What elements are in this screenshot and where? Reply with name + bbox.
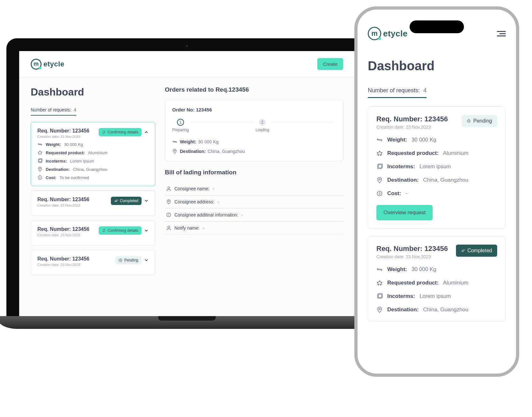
order-dest-label: Destination: (180, 149, 206, 154)
detail-value: Aluminium (88, 150, 108, 155)
request-detail-row: Weight: 30 000 Kg (376, 266, 497, 273)
menu-icon[interactable] (497, 30, 506, 38)
order-weight-value: 30 000 Kg (198, 139, 219, 144)
step-loading: 2 Loading (256, 119, 269, 132)
detail-key: Requested product: (387, 280, 439, 286)
request-number: Req. Number: 123456 (37, 128, 89, 134)
request-detail-row: Cost: - (376, 190, 497, 197)
bl-value: - (242, 212, 243, 217)
request-detail-row: Requested product: Aluminium (376, 280, 497, 286)
order-weight: Weight: 30 000 Kg (172, 139, 219, 144)
detail-key: Cost: (387, 190, 401, 197)
request-number: Req. Number: 123456 (376, 245, 448, 253)
bill-of-lading-title: Bill of lading information (165, 169, 343, 176)
detail-value: China, Guangzhou (423, 307, 468, 313)
order-destination: Destination: China, Guangzhou (172, 149, 245, 154)
detail-key: Weight: (46, 142, 61, 147)
status-badge-pending: Pending (115, 256, 142, 264)
step-label: Preparing (172, 128, 189, 132)
confirm-icon (102, 130, 106, 134)
logo-text: etycle (383, 29, 408, 39)
expand-icon[interactable] (144, 199, 149, 203)
request-card[interactable]: Req. Number: 123456 Creation date: 23.No… (31, 191, 155, 216)
order-dest-value: China, Guangzhou (208, 149, 245, 154)
detail-key: Destination: (387, 307, 419, 313)
logo-mark: m (368, 27, 381, 40)
user-icon (166, 186, 171, 191)
request-card[interactable]: Req. Number: 123456 Creation date: 23.No… (368, 236, 506, 322)
request-count-label: Number of requests: (368, 87, 420, 94)
swap-icon (172, 139, 177, 144)
logo-text: etycle (43, 60, 64, 68)
request-card[interactable]: Req. Number: 123456 Creation date: 23.No… (31, 122, 155, 186)
pin-icon (166, 199, 171, 204)
step-preparing: 1 Preparing (172, 119, 189, 132)
brand-logo[interactable]: m etycle (31, 59, 64, 70)
swap-icon (376, 266, 383, 273)
overview-button[interactable]: Overview request (376, 205, 433, 220)
request-date: Creation date: 23.Nov.2023 (37, 233, 89, 237)
completed-icon (114, 199, 118, 203)
detail-value: 30 000 Kg (64, 142, 83, 147)
request-number: Req. Number: 123456 (376, 115, 448, 123)
laptop-bezel: m etycle Create Dashboard Number of requ… (6, 38, 367, 316)
laptop-camera (186, 45, 188, 47)
request-card[interactable]: Req. Number: 123456 Creation date: 23.No… (368, 106, 506, 229)
bill-of-lading-row: Consignee address: - (165, 195, 343, 208)
request-count-tab-phone[interactable]: Number of requests: 4 (368, 87, 427, 98)
request-count-value: 4 (423, 87, 427, 94)
detail-key: Weight: (387, 266, 407, 273)
create-button[interactable]: Create (317, 58, 343, 70)
status-badge-confirm: Confirming details (99, 128, 142, 136)
order-number: Order No: 123456 (172, 107, 336, 112)
status-text: Pending (473, 118, 492, 124)
laptop-device: m etycle Create Dashboard Number of requ… (6, 38, 367, 329)
expand-icon[interactable] (144, 130, 149, 134)
detail-value: Lorem ipsum (420, 293, 451, 299)
detail-key: Requested product: (387, 150, 439, 156)
detail-value: Aluminium (443, 280, 468, 286)
step-line (191, 122, 254, 123)
doc-icon (376, 293, 383, 299)
swap-icon (37, 142, 42, 147)
bill-of-lading-row: Notify name: - (165, 222, 343, 235)
laptop-screen: m etycle Create Dashboard Number of requ… (19, 51, 355, 316)
bl-key: Consignee additinal information: (174, 212, 238, 217)
request-count-tab[interactable]: Number of requests: 4 (31, 107, 76, 116)
request-detail-row: Cost: To be confirmed (37, 175, 149, 180)
request-detail-row: Weight: 30 000 Kg (376, 137, 497, 143)
expand-icon[interactable] (144, 228, 149, 233)
detail-value: Aluminium (443, 150, 468, 156)
request-date: Creation date: 23.Nov.2023 (37, 135, 89, 139)
user-icon (166, 225, 171, 231)
request-detail-row: Incoterms: Lorem ipsum (37, 158, 149, 163)
step-circle: 1 (177, 119, 184, 126)
request-card[interactable]: Req. Number: 123456 Creation date: 23.No… (31, 250, 155, 275)
recycle-icon (376, 150, 383, 156)
request-number: Req. Number: 123456 (37, 256, 89, 262)
brand-logo-phone[interactable]: m etycle (368, 27, 408, 40)
request-card[interactable]: Req. Number: 123456 Creation date: 23.No… (31, 220, 155, 246)
detail-key: Incoterms: (387, 293, 415, 299)
expand-icon[interactable] (144, 258, 149, 262)
orders-section-title: Orders related to Req.123456 (165, 86, 343, 93)
recycle-icon (37, 150, 42, 155)
request-number: Req. Number: 123456 (37, 197, 89, 202)
detail-value: China, Guangzhou (423, 177, 468, 183)
status-text: Confirming details (108, 130, 138, 134)
status-badge-pending: Pending (462, 115, 497, 127)
laptop-trackpad-notch (158, 316, 216, 321)
page-title: Dashboard (31, 86, 155, 98)
step-circle: 2 (259, 119, 266, 126)
bill-of-lading-row: Consignee additinal information: - (165, 208, 343, 222)
request-number: Req. Number: 123456 (37, 226, 89, 232)
bl-value: - (218, 199, 219, 204)
status-text: Completed (467, 248, 492, 254)
phone-device: m etycle Dashboard Number of requests: 4… (354, 6, 519, 377)
detail-value: China, Guangzhou (73, 167, 107, 172)
bill-of-lading-row: Consignee name: - (165, 182, 343, 195)
step-label: Loading (256, 128, 269, 132)
recycle-icon (376, 280, 383, 286)
status-text: Pending (124, 258, 138, 262)
status-badge-completed: Completed (456, 245, 497, 257)
